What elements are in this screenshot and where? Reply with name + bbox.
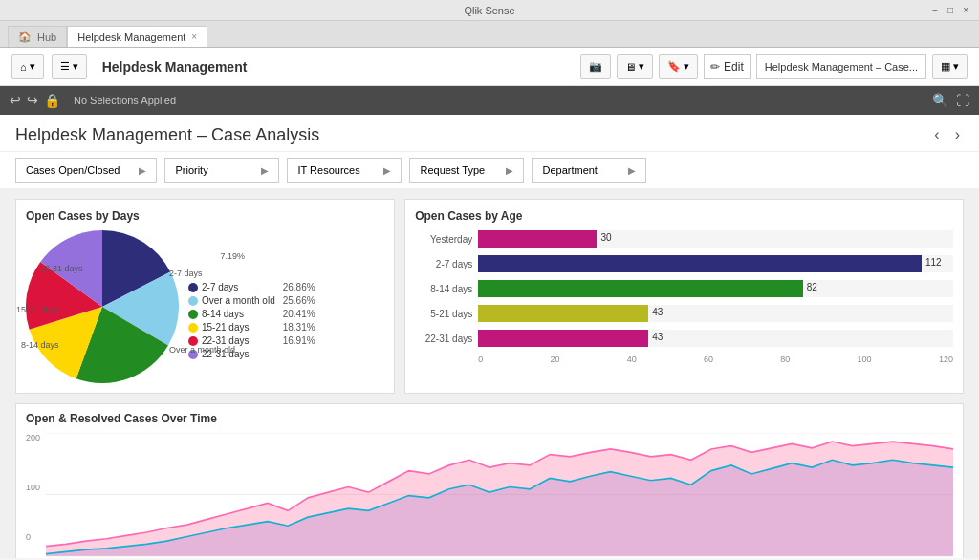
bar-row-4: 22-31 days 43 [415,330,953,347]
selection-text: No Selections Applied [74,95,176,106]
filter-label-1: Priority [175,164,207,176]
legend-item-4: 22-31 days 16.91% [188,335,315,346]
screen-icon: 🖥 [625,61,636,73]
bar-value-4: 43 [652,332,663,342]
bar-axis: 0 20 40 60 80 100 120 [478,355,953,364]
bar-chart-container: Yesterday 30 2-7 days 112 8-14 days [415,230,953,383]
tab-bar: 🏠 Hub Helpdesk Management × [0,21,979,48]
charts-top-row: Open Cases by Days [15,199,964,394]
home-btn[interactable]: ⌂ ▾ [11,54,44,79]
search-icon[interactable]: 🔍 [932,93,948,108]
bar-fill-4 [478,330,648,347]
toolbar-right: 📷 🖥 ▾ 🔖 ▾ ✏ Edit Helpdesk Management – C… [580,54,968,79]
bar-fill-1 [478,255,922,272]
page-nav: ‹ › [930,124,964,145]
bar-fill-0 [478,230,597,248]
edit-icon: ✏ [710,60,720,74]
filter-arrow-0: ▶ [139,165,146,176]
toolbar: ⌂ ▾ ☰ ▾ Helpdesk Management 📷 🖥 ▾ 🔖 ▾ ✏ … [0,48,979,86]
pie-container: 7.19% 2-7 days 26.86% Over a month old 2… [26,230,384,383]
filter-it-resources[interactable]: IT Resources ▶ [287,158,402,183]
line-chart-panel: Open & Resolved Cases Over Time 200 100 … [15,403,964,558]
page-title: Helpdesk Management – Case Analysis [15,125,319,145]
list-btn[interactable]: ☰ ▾ [52,54,87,79]
bar-value-0: 30 [600,232,611,243]
bar-fill-3 [478,305,648,322]
bar-row-0: Yesterday 30 [415,230,953,248]
lock-icon[interactable]: 🔒 [44,93,60,108]
next-page-btn[interactable]: › [951,124,964,145]
minimize-btn[interactable]: − [929,5,941,15]
bar-value-3: 43 [652,307,663,317]
screen-btn[interactable]: 🖥 ▾ [617,54,653,79]
title-bar: Qlik Sense − □ × [0,0,979,21]
tab-close-btn[interactable]: × [191,32,197,42]
bar-chart-title: Open Cases by Age [415,209,953,223]
app-title: Helpdesk Management [102,59,248,75]
filter-label-0: Cases Open/Closed [26,164,120,176]
filter-label-2: IT Resources [297,164,359,176]
bar-fill-2 [478,280,802,297]
edit-btn[interactable]: ✏ Edit [704,54,751,79]
legend-dot-1 [188,296,198,306]
camera-btn[interactable]: 📷 [580,54,611,79]
bar-track-4: 43 [478,330,953,347]
list-icon: ☰ [60,60,70,73]
filter-cases-open-closed[interactable]: Cases Open/Closed ▶ [15,158,157,183]
bar-value-2: 82 [807,282,817,292]
filter-row: Cases Open/Closed ▶ Priority ▶ IT Resour… [0,152,979,189]
camera-icon: 📷 [589,60,602,73]
legend-dot-2 [188,310,198,319]
bookmark-btn[interactable]: 🔖 ▾ [659,54,698,79]
filter-priority[interactable]: Priority ▶ [164,158,279,183]
legend-dot-5 [188,350,198,359]
page-header: Helpdesk Management – Case Analysis ‹ › [0,115,979,152]
bar-row-3: 5-21 days 43 [415,305,953,322]
filter-label-4: Department [542,164,597,176]
grid-dropdown: ▾ [953,60,959,73]
filter-request-type[interactable]: Request Type ▶ [409,158,524,183]
line-chart-area: 10/12/2.. 10/26/2.. 11/09/2.. 11/23/2.. … [46,433,953,557]
grid-icon: ▦ [941,60,950,73]
bar-track-1: 112 [478,255,953,272]
app-name-text: Helpdesk Management – Case... [765,61,918,73]
forward-icon[interactable]: ↪ [27,93,38,108]
grid-btn[interactable]: ▦ ▾ [932,54,968,79]
bar-label-1: 2-7 days [415,259,472,269]
home-icon: ⌂ [20,61,27,73]
tab-hub[interactable]: 🏠 Hub [8,26,67,47]
bar-track-0: 30 [478,230,953,248]
bar-label-2: 8-14 days [415,284,472,294]
bar-track-2: 82 [478,280,953,297]
close-btn[interactable]: × [960,5,971,15]
bar-label-0: Yesterday [415,234,472,245]
bookmark-icon: 🔖 [667,60,681,73]
app-name-display: Helpdesk Management – Case... [756,54,926,79]
expand-icon[interactable]: ⛶ [956,93,969,108]
maximize-btn[interactable]: □ [945,5,956,15]
prev-page-btn[interactable]: ‹ [930,124,943,145]
bookmark-dropdown: ▾ [684,60,689,73]
legend-item-3: 15-21 days 18.31% [188,322,315,333]
y-axis: 200 100 0 [26,433,40,557]
screen-dropdown: ▾ [639,60,644,73]
back-icon[interactable]: ↩ [10,93,21,108]
main-content: Open Cases by Days [0,189,979,558]
filter-department[interactable]: Department ▶ [532,158,646,183]
sel-right: 🔍 ⛶ [932,93,969,108]
tab-helpdesk[interactable]: Helpdesk Management × [67,26,207,47]
legend-item-5: 22-31 days [188,349,315,359]
bar-value-1: 112 [925,257,942,268]
selection-bar: ↩ ↪ 🔒 No Selections Applied 🔍 ⛶ [0,86,979,115]
legend-dot-4 [188,336,198,346]
window-controls[interactable]: − □ × [929,5,971,15]
selection-icons: ↩ ↪ 🔒 [10,93,60,108]
filter-arrow-4: ▶ [628,165,636,176]
dropdown-icon: ▾ [30,60,35,73]
qlik-sense-title: Qlik Sense [464,5,514,16]
bar-chart-panel: Open Cases by Age Yesterday 30 2-7 days … [404,199,964,394]
line-chart-title: Open & Resolved Cases Over Time [26,412,953,425]
bar-row-1: 2-7 days 112 [415,255,953,272]
filter-arrow-3: ▶ [506,165,513,176]
bar-track-3: 43 [478,305,953,322]
